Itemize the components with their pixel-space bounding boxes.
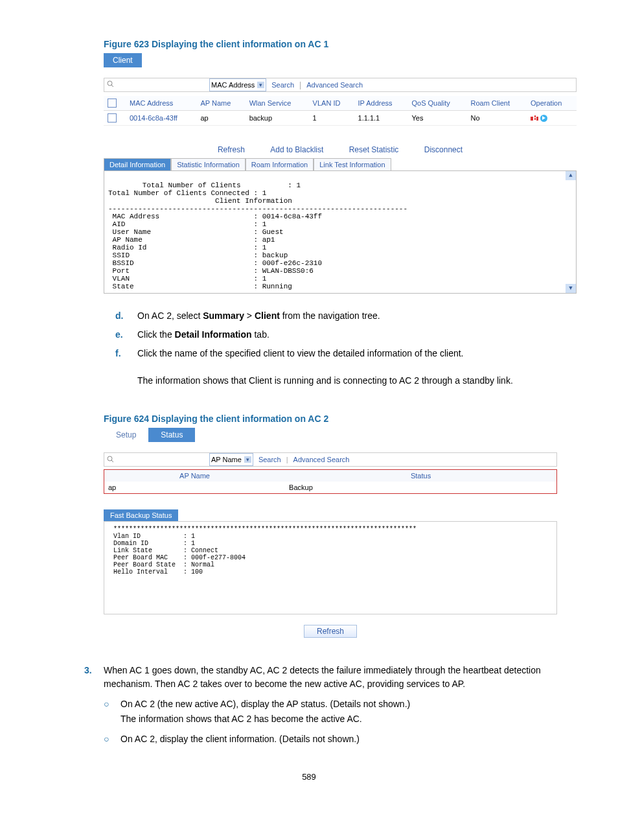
- bullet-icon: ○: [104, 697, 120, 711]
- search-icon: [104, 456, 116, 464]
- svg-rect-2: [531, 117, 533, 121]
- search-button-2[interactable]: Search: [253, 456, 286, 463]
- cell-ap: ap: [197, 111, 246, 126]
- table-header-row: MAC Address AP Name Wlan Service VLAN ID…: [104, 96, 577, 111]
- svg-point-0: [108, 81, 112, 86]
- col-mac[interactable]: MAC Address: [126, 96, 197, 111]
- ap-table: AP Name Status ap Backup: [104, 469, 557, 494]
- refresh-button[interactable]: Refresh: [304, 625, 357, 638]
- fast-backup-box: ****************************************…: [104, 521, 557, 614]
- table-row: 0014-6c8a-43ff ap backup 1 1.1.1.1 Yes N…: [104, 111, 577, 126]
- table-header-row: AP Name Status: [104, 470, 557, 482]
- search-icon: [104, 80, 116, 89]
- dropdown-value-2: AP Name: [211, 456, 242, 463]
- numbered-step-3: 3. When AC 1 goes down, the standby AC, …: [84, 664, 557, 746]
- detail-info-box: Total Number of Clients : 1 Total Number…: [104, 170, 577, 294]
- step-f-line1: Click the name of the specified client t…: [137, 348, 464, 358]
- col-status-2[interactable]: Status: [285, 470, 556, 482]
- step-f-line2: The information shows that Client is run…: [137, 375, 513, 386]
- chevron-down-icon: ▾: [257, 82, 264, 88]
- bullet-1-subtext: The information shows that AC 2 has beco…: [120, 712, 557, 726]
- svg-rect-5: [536, 117, 538, 121]
- cell-qos: Yes: [407, 111, 466, 126]
- reset-statistic-link[interactable]: Reset Statistic: [338, 145, 411, 154]
- info-tabs: Detail Information Statistic Information…: [104, 158, 577, 170]
- col-wlanservice[interactable]: Wlan Service: [246, 96, 309, 111]
- cell-ip: 1.1.1.1: [354, 111, 408, 126]
- search-field-dropdown[interactable]: MAC Address ▾: [209, 78, 266, 91]
- search-bar-2: AP Name ▾ Search | Advanced Search: [104, 452, 557, 467]
- search-input[interactable]: [116, 79, 209, 91]
- svg-rect-3: [534, 115, 536, 117]
- tab-statistic-info[interactable]: Statistic Information: [171, 158, 246, 170]
- cell-status-2: Backup: [285, 482, 556, 494]
- col-operation: Operation: [527, 96, 577, 111]
- tab-status[interactable]: Status: [148, 428, 195, 442]
- step-e-pre: Click the: [137, 329, 175, 340]
- add-blacklist-link[interactable]: Add to Blacklist: [258, 145, 335, 154]
- bullet-1-text: On AC 2 (the new active AC), display the…: [120, 697, 410, 711]
- step-e-post: tab.: [252, 329, 269, 340]
- screenshot-ac1: Client MAC Address ▾ Search | Advanced S…: [104, 53, 577, 294]
- col-apname[interactable]: AP Name: [197, 96, 246, 111]
- cell-mac[interactable]: 0014-6c8a-43ff: [126, 111, 197, 126]
- tab-linktest-info[interactable]: Link Test Information: [314, 158, 391, 170]
- step-d-pre: On AC 2, select: [137, 310, 203, 321]
- advanced-search-link[interactable]: Advanced Search: [301, 81, 368, 89]
- tab-roam-info[interactable]: Roam Information: [246, 158, 314, 170]
- col-ip[interactable]: IP Address: [354, 96, 408, 111]
- search-bar: MAC Address ▾ Search | Advanced Search: [104, 78, 577, 92]
- select-all-checkbox[interactable]: [108, 99, 117, 108]
- step-d-letter: d.: [104, 309, 137, 323]
- step-d-bold2: Client: [255, 310, 280, 321]
- scroll-up-icon[interactable]: ▲: [566, 171, 576, 180]
- cell-operation: [527, 111, 577, 126]
- col-qos[interactable]: QoS Quality: [407, 96, 466, 111]
- tab-fast-backup-status[interactable]: Fast Backup Status: [104, 509, 178, 521]
- step-d-post: from the navigation tree.: [280, 310, 380, 321]
- step-d-bold1: Summary: [203, 310, 244, 321]
- page-number: 589: [0, 772, 618, 782]
- col-vlanid[interactable]: VLAN ID: [309, 96, 354, 111]
- step-f-letter: f.: [104, 347, 137, 388]
- svg-point-6: [108, 456, 112, 461]
- disconnect-icon[interactable]: [531, 115, 538, 122]
- steps-d-e-f: d. On AC 2, select Summary > Client from…: [104, 309, 557, 388]
- search-button[interactable]: Search: [266, 81, 299, 89]
- col-apname-2[interactable]: AP Name: [104, 470, 286, 482]
- tab-setup[interactable]: Setup: [104, 428, 148, 442]
- bullet-2-text: On AC 2, display the client information.…: [120, 732, 360, 746]
- tab-detail-info[interactable]: Detail Information: [104, 158, 171, 170]
- svg-line-1: [111, 85, 113, 87]
- figure-623-title: Figure 623 Displaying the client informa…: [104, 39, 618, 49]
- svg-line-7: [111, 460, 113, 462]
- step-e-text: Click the Detail Information tab.: [137, 328, 557, 342]
- refresh-icon[interactable]: [540, 115, 547, 122]
- step-3-number: 3.: [84, 664, 104, 691]
- scroll-down-icon[interactable]: ▼: [566, 284, 576, 293]
- disconnect-link[interactable]: Disconnect: [413, 145, 474, 154]
- dropdown-value: MAC Address: [211, 81, 255, 89]
- cell-roam: No: [466, 111, 527, 126]
- cell-ap-2: ap: [104, 482, 286, 494]
- action-row: Refresh Add to Blacklist Reset Statistic…: [104, 145, 577, 154]
- tab-client[interactable]: Client: [104, 53, 142, 67]
- table-row: ap Backup: [104, 482, 557, 494]
- step-3-text: When AC 1 goes down, the standby AC, AC …: [104, 664, 557, 691]
- step-d-text: On AC 2, select Summary > Client from th…: [137, 309, 557, 323]
- figure-624-title: Figure 624 Displaying the client informa…: [104, 414, 618, 424]
- col-roam[interactable]: Roam Client: [466, 96, 527, 111]
- cell-vlan: 1: [309, 111, 354, 126]
- step-e-letter: e.: [104, 328, 137, 342]
- refresh-link[interactable]: Refresh: [206, 145, 257, 154]
- step-d-sep: >: [244, 310, 255, 321]
- client-table: MAC Address AP Name Wlan Service VLAN ID…: [104, 96, 577, 126]
- row-checkbox[interactable]: [108, 113, 117, 122]
- chevron-down-icon: ▾: [244, 456, 251, 463]
- search-input-2[interactable]: [116, 454, 209, 465]
- svg-rect-4: [534, 118, 536, 120]
- screenshot-ac2: Setup Status AP Name ▾ Search | Advanced…: [104, 428, 557, 638]
- step-f-text: Click the name of the specified client t…: [137, 347, 557, 388]
- advanced-search-link-2[interactable]: Advanced Search: [288, 456, 355, 463]
- search-field-dropdown-2[interactable]: AP Name ▾: [209, 453, 253, 466]
